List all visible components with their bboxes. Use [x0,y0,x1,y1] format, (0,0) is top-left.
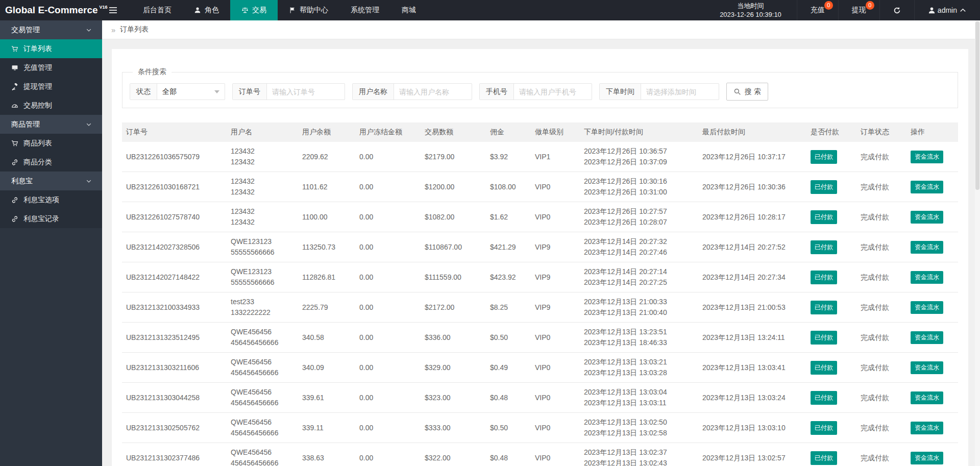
filter-field: 用户名称 [352,83,472,100]
cell-order-status: 完成付款 [856,172,906,202]
cell-username: 123432 123432 [227,172,298,202]
refresh-icon [893,7,901,14]
user-menu[interactable]: admin [914,0,980,20]
cell-commission: $0.50 [486,323,531,353]
cell-level: VIP9 [531,232,580,262]
cell-amount: $1082.00 [421,202,486,232]
table-row: UB2312142027148422 QWE123123 55555566666… [122,262,958,292]
table-row: UB2312261036575079 123432 123432 2209.62… [122,142,958,172]
cell-balance: 2209.62 [298,142,355,172]
cell-level: VIP9 [531,292,580,323]
fund-flow-button[interactable]: 资金流水 [911,271,943,284]
filter-field-input[interactable] [394,84,472,100]
username-line1: QWE456456 [231,387,294,398]
sidebar-item-interest-records[interactable]: 利息宝记录 [0,209,102,228]
fund-flow-button[interactable]: 资金流水 [911,391,943,404]
order-time: 2023年12月26日 10:30:16 [584,176,694,187]
cell-balance: 340.58 [298,323,355,353]
paid-status-badge: 已付款 [811,240,837,254]
search-button[interactable]: 搜 索 [726,83,768,101]
scrollbar-thumb[interactable] [975,21,979,190]
search-button-label: 搜 索 [745,87,761,96]
cell-balance: 339.61 [298,383,355,413]
top-nav: 后台首页 角色 交易 帮助中心 系统管理 商城 [132,0,427,20]
top-bar: Global E-Commerce V16 后台首页 角色 交易 帮助中心 系统… [0,0,980,20]
cell-amount: $2172.00 [421,292,486,323]
filter-field-input[interactable] [641,84,719,100]
sidebar-item-withdraw-management[interactable]: 提现管理 [0,77,102,96]
filter-field-input[interactable] [267,84,345,100]
cell-balance: 1100.00 [298,202,355,232]
link-icon [11,159,18,166]
sidebar-item-order-list[interactable]: 订单列表 [0,39,102,58]
pay-time: 2023年12月26日 10:31:00 [584,187,694,198]
nav-item-trade[interactable]: 交易 [230,0,278,20]
cell-amount: $323.00 [421,383,486,413]
hamburger-icon [109,7,117,8]
cell-order-no: UB2312131302505762 [122,413,227,443]
status-select-value: 全部 [162,87,177,96]
filter-field-input[interactable] [514,84,592,100]
link-icon [11,215,18,223]
cell-frozen: 0.00 [355,443,421,466]
sidebar-item-interest-options[interactable]: 利息宝选项 [0,190,102,209]
col-username: 用户名 [227,122,298,142]
col-level: 做单级别 [531,122,580,142]
fund-flow-button[interactable]: 资金流水 [911,181,943,193]
username-line1: QWE123123 [231,236,294,247]
fund-flow-button[interactable]: 资金流水 [911,151,943,163]
nav-item-system[interactable]: 系统管理 [339,0,390,20]
nav-item-roles[interactable]: 角色 [183,0,230,20]
order-time: 2023年12月14日 20:27:14 [584,266,694,277]
recharge-button[interactable]: 充值 0 [797,0,838,20]
table-row: UB2312131323512495 QWE456456 45645645666… [122,323,958,353]
fund-flow-button[interactable]: 资金流水 [911,422,943,434]
cell-last-pay-time: 2023年12月26日 10:30:36 [698,172,806,202]
nav-item-mall[interactable]: 商城 [390,0,427,20]
pay-time: 2023年12月14日 20:27:46 [584,247,694,258]
chevron-down-icon [86,27,92,33]
fund-flow-button[interactable]: 资金流水 [911,211,943,224]
cell-order-no: UB2312131323512495 [122,323,227,353]
sidebar-item-product-list[interactable]: 商品列表 [0,134,102,153]
fund-flow-button[interactable]: 资金流水 [911,241,943,254]
filter-field-label: 订单号 [233,84,267,100]
cell-paid: 已付款 [806,172,856,202]
scales-icon [241,7,249,14]
nav-item-dashboard[interactable]: 后台首页 [132,0,183,20]
pay-time: 2023年12月13日 18:46:33 [584,337,694,348]
cell-username: QWE456456 456456456666 [227,413,298,443]
fund-flow-button[interactable]: 资金流水 [911,361,943,374]
menu-toggle-button[interactable] [102,0,124,20]
fund-flow-button[interactable]: 资金流水 [911,452,943,464]
sidebar-item-product-category[interactable]: 商品分类 [0,153,102,171]
paid-status-badge: 已付款 [811,421,837,435]
cell-amount: $333.00 [421,413,486,443]
cell-last-pay-time: 2023年12月13日 13:03:24 [698,383,806,413]
cell-actions: 资金流水 [906,383,958,413]
filter-field: 下单时间 [599,83,719,100]
link-icon [11,197,18,204]
status-select[interactable]: 全部 [157,84,225,100]
sidebar-section-interest-treasure[interactable]: 利息宝 [0,171,102,190]
fund-flow-button[interactable]: 资金流水 [911,331,943,344]
cell-order-no: UB2312261027578740 [122,202,227,232]
cell-level: VIP9 [531,262,580,292]
sidebar-section-product-management[interactable]: 商品管理 [0,115,102,134]
refresh-button[interactable] [879,0,914,20]
filter-field-label: 用户名称 [353,84,394,100]
fund-flow-button[interactable]: 资金流水 [911,301,943,314]
order-time: 2023年12月13日 13:02:37 [584,447,694,458]
cell-username: QWE123123 55555566666 [227,262,298,292]
chevron-up-icon [959,7,967,14]
withdraw-button[interactable]: 提现 0 [838,0,879,20]
cell-order-pay-time: 2023年12月14日 20:27:32 2023年12月14日 20:27:4… [580,232,698,262]
cell-order-status: 完成付款 [856,262,906,292]
page-scrollbar[interactable] [975,20,980,466]
sidebar-section-trade-management[interactable]: 交易管理 [0,20,102,39]
sidebar-item-trade-control[interactable]: 交易控制 [0,96,102,115]
sidebar-item-recharge-management[interactable]: 充值管理 [0,58,102,77]
search-icon [733,88,741,95]
breadcrumb-chevron-icon: » [111,26,115,34]
nav-item-help-center[interactable]: 帮助中心 [278,0,339,20]
